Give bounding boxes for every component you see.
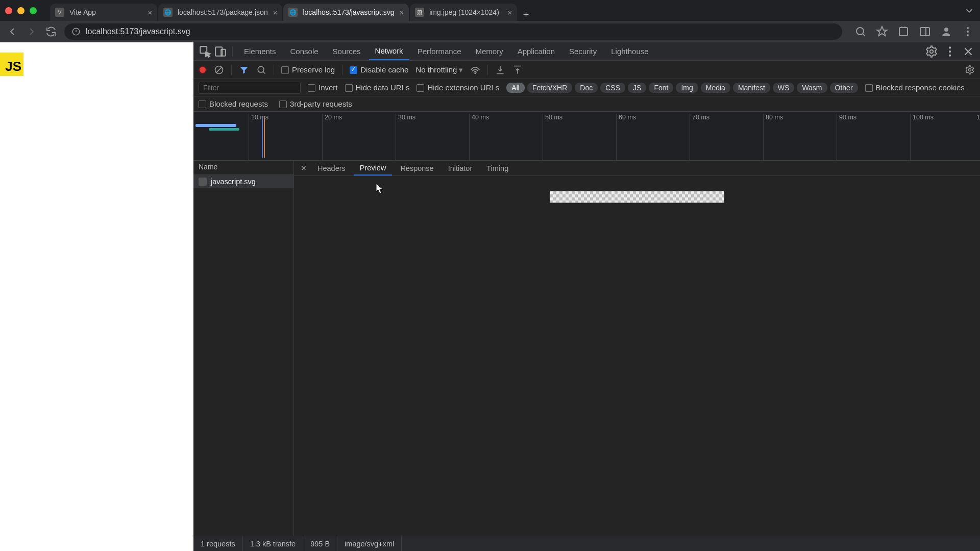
type-doc[interactable]: Doc: [575, 83, 598, 93]
network-action-bar: Preserve log Disable cache No throttling…: [193, 61, 980, 79]
type-img[interactable]: Img: [676, 83, 698, 93]
site-info-icon[interactable]: [71, 27, 81, 36]
nav-forward-button[interactable]: [26, 26, 38, 38]
invert-checkbox[interactable]: Invert: [308, 83, 338, 92]
reload-button[interactable]: [45, 26, 57, 38]
third-party-checkbox[interactable]: 3rd-party requests: [279, 99, 352, 109]
request-name: javascript.svg: [211, 178, 256, 186]
new-tab-button[interactable]: ＋: [518, 8, 533, 21]
network-filter-row-2: Blocked requests 3rd-party requests: [193, 96, 980, 112]
tab-title: Vite App: [69, 8, 96, 16]
window-zoom-button[interactable]: [30, 7, 37, 14]
request-list-header[interactable]: Name: [193, 161, 293, 175]
browser-tab-imgjpeg[interactable]: 🖼 img.jpeg (1024×1024) ×: [410, 4, 517, 21]
close-tab-icon[interactable]: ×: [273, 8, 278, 17]
export-har-icon[interactable]: [512, 65, 523, 75]
workspace-split: JS Elements Console Sources Network Perf…: [0, 42, 980, 551]
devtools-tabstrip: Elements Console Sources Network Perform…: [193, 42, 980, 61]
tab-application[interactable]: Application: [511, 42, 561, 60]
type-css[interactable]: CSS: [600, 83, 625, 93]
browser-tab-packagejson[interactable]: 🌐 localhost:5173/package.json ×: [158, 4, 282, 21]
address-bar[interactable]: localhost:5173/javascript.svg: [64, 23, 842, 40]
close-tab-icon[interactable]: ×: [507, 8, 512, 17]
devtools-close-icon[interactable]: [962, 45, 975, 58]
extensions-icon[interactable]: [897, 26, 910, 38]
tick-100: 100 ms: [910, 114, 934, 161]
dtab-preview[interactable]: Preview: [354, 161, 393, 176]
type-other[interactable]: Other: [830, 83, 858, 93]
separator: [487, 65, 488, 75]
js-logo-text: JS: [5, 59, 21, 74]
device-toolbar-icon[interactable]: [214, 45, 227, 58]
dtab-response[interactable]: Response: [394, 161, 439, 176]
filter-input[interactable]: [199, 82, 301, 94]
mouse-cursor-icon: [376, 183, 384, 194]
tab-lighthouse[interactable]: Lighthouse: [605, 42, 654, 60]
nav-back-button[interactable]: [6, 26, 18, 38]
tab-sources[interactable]: Sources: [327, 42, 367, 60]
close-tab-icon[interactable]: ×: [148, 8, 152, 17]
devtools-settings-icon[interactable]: [925, 45, 938, 58]
rendered-page: JS: [0, 42, 193, 551]
dtab-headers[interactable]: Headers: [311, 161, 352, 176]
type-js[interactable]: JS: [628, 83, 646, 93]
network-timeline-overview[interactable]: 10 ms 20 ms 30 ms 40 ms 50 ms 60 ms 70 m…: [193, 112, 980, 161]
toolbar-right: [854, 26, 974, 38]
devtools-panel: Elements Console Sources Network Perform…: [193, 42, 980, 551]
record-button[interactable]: [199, 66, 207, 74]
separator: [274, 65, 274, 75]
bookmark-star-icon[interactable]: [876, 26, 888, 38]
tick-90: 90 ms: [837, 114, 856, 161]
type-ws[interactable]: WS: [773, 83, 795, 93]
tab-title: localhost:5173/package.json: [178, 8, 268, 16]
type-fetchxhr[interactable]: Fetch/XHR: [527, 83, 572, 93]
inspect-element-icon[interactable]: [199, 45, 212, 58]
type-manifest[interactable]: Manifest: [733, 83, 770, 93]
search-icon[interactable]: [256, 65, 266, 75]
throttling-select[interactable]: No throttling▾: [415, 65, 463, 74]
network-conditions-icon[interactable]: [470, 65, 480, 75]
status-requests: 1 requests: [193, 536, 243, 551]
close-tab-icon[interactable]: ×: [399, 8, 404, 17]
network-settings-icon[interactable]: [965, 65, 975, 75]
tab-elements[interactable]: Elements: [238, 42, 282, 60]
tick-40: 40 ms: [469, 114, 489, 161]
clear-log-icon[interactable]: [214, 65, 224, 75]
dtab-timing[interactable]: Timing: [480, 161, 514, 176]
side-panel-icon[interactable]: [919, 26, 931, 38]
tab-network[interactable]: Network: [369, 42, 409, 60]
filter-toggle-icon[interactable]: [239, 65, 249, 75]
globe-favicon-icon: 🌐: [288, 8, 298, 17]
type-font[interactable]: Font: [649, 83, 673, 93]
chrome-menu-icon[interactable]: [962, 26, 974, 38]
type-media[interactable]: Media: [701, 83, 730, 93]
tick-30: 30 ms: [396, 114, 415, 161]
devtools-kebab-icon[interactable]: [943, 45, 957, 58]
tab-console[interactable]: Console: [284, 42, 325, 60]
disable-cache-checkbox[interactable]: Disable cache: [350, 65, 408, 74]
request-row[interactable]: javascript.svg: [193, 175, 293, 188]
close-detail-icon[interactable]: ×: [298, 163, 309, 173]
blocked-cookies-checkbox[interactable]: Blocked response cookies: [865, 83, 965, 92]
svg-point-1: [856, 28, 864, 35]
tab-memory[interactable]: Memory: [470, 42, 509, 60]
window-close-button[interactable]: [5, 7, 12, 14]
import-har-icon[interactable]: [495, 65, 505, 75]
svg-rect-2: [899, 28, 908, 36]
dtab-initiator[interactable]: Initiator: [442, 161, 479, 176]
window-caret-icon[interactable]: [964, 5, 975, 16]
preserve-log-checkbox[interactable]: Preserve log: [281, 65, 335, 74]
zoom-icon[interactable]: [854, 26, 867, 38]
throttling-value: No throttling: [415, 65, 457, 74]
browser-tab-javascriptsvg[interactable]: 🌐 localhost:5173/javascript.svg ×: [283, 4, 409, 21]
hide-data-urls-checkbox[interactable]: Hide data URLs: [345, 83, 410, 92]
hide-ext-urls-checkbox[interactable]: Hide extension URLs: [416, 83, 499, 92]
browser-tab-vite[interactable]: V Vite App ×: [50, 4, 157, 21]
window-minimize-button[interactable]: [17, 7, 24, 14]
tab-security[interactable]: Security: [563, 42, 603, 60]
tab-performance[interactable]: Performance: [411, 42, 468, 60]
blocked-requests-checkbox[interactable]: Blocked requests: [199, 99, 268, 109]
profile-avatar-icon[interactable]: [940, 26, 952, 38]
type-all[interactable]: All: [506, 83, 525, 93]
type-wasm[interactable]: Wasm: [797, 83, 827, 93]
